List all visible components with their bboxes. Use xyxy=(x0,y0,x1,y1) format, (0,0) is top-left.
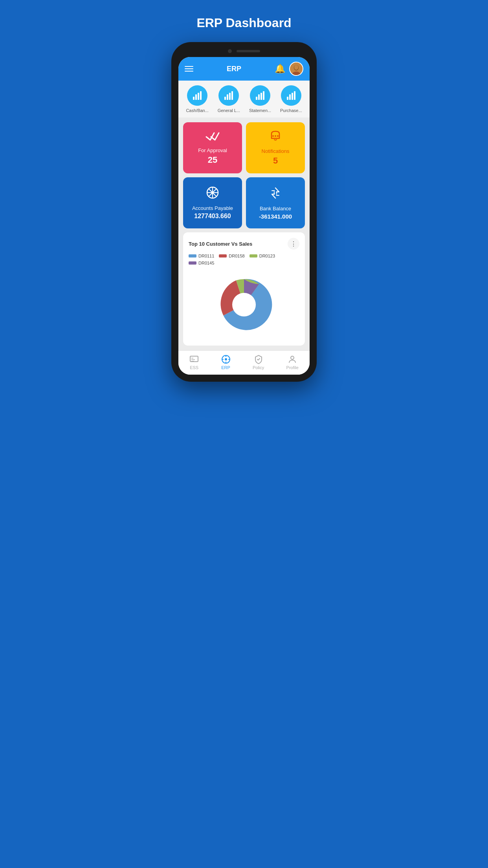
nav-label-erp: ERP xyxy=(221,365,230,370)
legend-label-dr0145: DR0145 xyxy=(198,261,214,265)
card-accounts-payable[interactable]: Accounts Payable 1277403.660 xyxy=(183,177,242,228)
quick-label-cashban: Cash/Ban... xyxy=(186,108,208,113)
chart-title: Top 10 Customer Vs Sales xyxy=(189,241,252,247)
svg-rect-14 xyxy=(261,93,262,100)
accounts-label: Accounts Payable xyxy=(192,205,233,211)
svg-point-20 xyxy=(272,135,274,137)
pie-chart-container xyxy=(189,269,299,340)
legend-label-dr0111: DR0111 xyxy=(198,254,214,258)
phone-device: ERP 🔔 xyxy=(171,42,317,382)
notifications-value: 5 xyxy=(273,156,278,166)
svg-rect-15 xyxy=(263,91,264,100)
policy-icon xyxy=(254,355,263,364)
svg-point-28 xyxy=(211,191,214,194)
svg-rect-18 xyxy=(292,93,293,100)
svg-rect-9 xyxy=(227,94,228,100)
svg-rect-7 xyxy=(200,91,202,100)
svg-point-40 xyxy=(291,356,294,359)
svg-rect-4 xyxy=(193,97,194,100)
chart-menu-button[interactable]: ⋮ xyxy=(288,238,299,250)
phone-notch xyxy=(178,49,310,53)
svg-rect-17 xyxy=(289,94,291,100)
bottom-nav: ESS ERP Policy xyxy=(178,350,310,375)
svg-point-21 xyxy=(275,135,276,137)
legend-label-dr0158: DR0158 xyxy=(229,254,244,258)
quick-label-purchase: Purchase... xyxy=(280,108,302,113)
quick-icon-statement xyxy=(250,85,270,106)
legend-color-dr0158 xyxy=(219,254,227,257)
ess-icon xyxy=(189,355,199,364)
card-notifications[interactable]: Notifications 5 xyxy=(246,122,305,173)
svg-rect-12 xyxy=(256,97,257,100)
svg-rect-13 xyxy=(258,94,260,100)
quick-icon-purchase xyxy=(281,85,301,106)
approval-value: 25 xyxy=(208,155,217,165)
quick-item-general[interactable]: General L... xyxy=(218,85,240,113)
quick-access-bar: Cash/Ban... General L... xyxy=(178,81,310,118)
quick-item-purchase[interactable]: Purchase... xyxy=(280,85,302,113)
svg-rect-5 xyxy=(195,94,197,100)
nav-label-ess: ESS xyxy=(190,365,198,370)
notifications-icon xyxy=(269,130,282,145)
nav-label-profile: Profile xyxy=(286,365,299,370)
legend-color-dr0123 xyxy=(250,254,257,257)
approval-icon xyxy=(205,131,220,144)
quick-icon-cashban xyxy=(187,85,207,106)
nav-item-policy[interactable]: Policy xyxy=(249,354,268,371)
dashboard-content: For Approval 25 Notifications xyxy=(178,118,310,350)
chart-header: Top 10 Customer Vs Sales ⋮ xyxy=(189,238,299,250)
svg-rect-11 xyxy=(231,91,233,100)
bank-value: -361341.000 xyxy=(259,213,292,220)
legend-dr0111: DR0111 xyxy=(189,254,214,258)
svg-rect-6 xyxy=(198,93,199,100)
phone-screen: ERP 🔔 xyxy=(178,57,310,375)
avatar[interactable] xyxy=(289,62,303,76)
legend-color-dr0111 xyxy=(189,254,196,257)
phone-speaker xyxy=(237,50,260,52)
bell-icon[interactable]: 🔔 xyxy=(275,64,285,74)
profile-icon xyxy=(288,355,297,364)
quick-icon-general xyxy=(218,85,239,106)
legend-dr0145: DR0145 xyxy=(189,261,214,265)
svg-rect-16 xyxy=(287,97,288,100)
nav-label-policy: Policy xyxy=(253,365,264,370)
cards-row-2: Accounts Payable 1277403.660 Bank Balanc… xyxy=(183,177,305,228)
legend-color-dr0145 xyxy=(189,261,196,265)
approval-label: For Approval xyxy=(198,147,227,153)
phone-camera xyxy=(228,49,232,53)
nav-item-profile[interactable]: Profile xyxy=(283,354,303,371)
svg-point-29 xyxy=(232,293,256,316)
quick-label-general: General L... xyxy=(218,108,240,113)
nav-item-ess[interactable]: ESS xyxy=(185,354,203,371)
header-right: 🔔 xyxy=(275,62,303,76)
svg-point-3 xyxy=(294,65,299,70)
accounts-value: 1277403.660 xyxy=(194,213,231,220)
app-header-title: ERP xyxy=(227,65,241,73)
quick-item-cashban[interactable]: Cash/Ban... xyxy=(186,85,208,113)
legend-dr0123: DR0123 xyxy=(250,254,275,258)
card-for-approval[interactable]: For Approval 25 xyxy=(183,122,242,173)
bank-label: Bank Balance xyxy=(260,206,291,211)
bank-icon xyxy=(269,186,282,202)
card-bank-balance[interactable]: Bank Balance -361341.000 xyxy=(246,177,305,228)
notifications-label: Notifications xyxy=(262,148,290,154)
svg-point-35 xyxy=(225,358,227,360)
svg-rect-10 xyxy=(229,93,231,100)
svg-rect-19 xyxy=(294,91,295,100)
quick-label-statement: Statemen... xyxy=(249,108,271,113)
erp-icon xyxy=(221,355,231,364)
chart-legend: DR0111 DR0158 DR0123 DR0145 xyxy=(189,254,299,265)
nav-item-erp[interactable]: ERP xyxy=(217,354,235,371)
svg-point-22 xyxy=(277,135,279,137)
app-header: ERP 🔔 xyxy=(178,57,310,81)
quick-item-statement[interactable]: Statemen... xyxy=(249,85,271,113)
page-title: ERP Dashboard xyxy=(196,16,291,30)
accounts-icon xyxy=(206,186,219,202)
svg-rect-8 xyxy=(224,97,226,100)
chart-section: Top 10 Customer Vs Sales ⋮ DR0111 DR0158… xyxy=(183,232,305,346)
cards-row-1: For Approval 25 Notifications xyxy=(183,122,305,173)
pie-chart xyxy=(213,273,275,336)
hamburger-menu[interactable] xyxy=(185,66,193,72)
svg-rect-30 xyxy=(190,356,198,362)
legend-label-dr0123: DR0123 xyxy=(259,254,275,258)
